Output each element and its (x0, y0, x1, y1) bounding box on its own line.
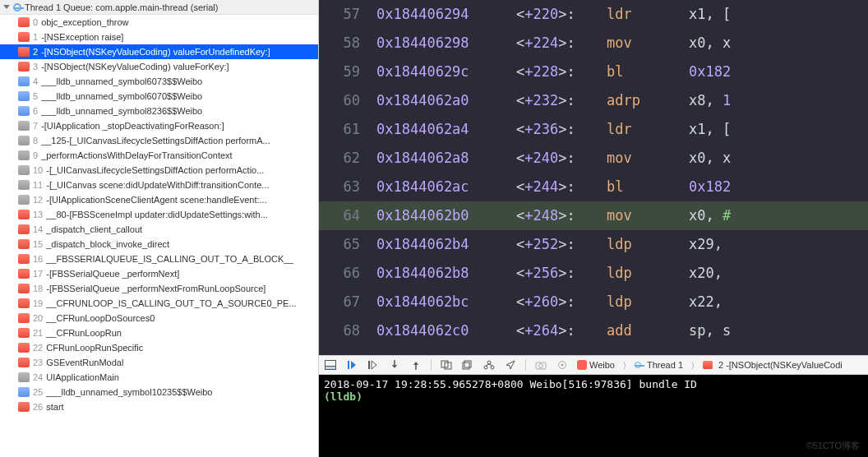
frame-label: ___lldb_unnamed_symbol6073$$Weibo (41, 76, 202, 86)
asm-row[interactable]: 680x1844062c0<+264>:addsp, s (319, 316, 868, 345)
svg-point-14 (487, 361, 491, 364)
step-over-icon[interactable] (367, 358, 380, 372)
frame-number: 15 (33, 239, 43, 249)
frame-row[interactable]: 11-[_UICanvas scene:didUpdateWithDiff:tr… (0, 178, 318, 192)
frame-row[interactable]: 20__CFRunLoopDoSources0 (0, 311, 318, 325)
frame-row[interactable]: 2-[NSObject(NSKeyValueCoding) valueForUn… (0, 44, 318, 59)
frame-row[interactable]: 4___lldb_unnamed_symbol6073$$Weibo (0, 74, 318, 89)
asm-row[interactable]: 620x1844062a8<+240>:movx0, x (319, 144, 868, 173)
asm-row[interactable]: 580x184406298<+224>:movx0, x (319, 29, 868, 58)
frame-label: -[FBSSerialQueue _performNext] (46, 269, 179, 279)
asm-instruction: bl (607, 65, 689, 79)
frame-row[interactable]: 13__80-[FBSSceneImpl updater:didUpdateSe… (0, 207, 318, 222)
hierarchy-icon[interactable] (482, 358, 496, 372)
thread-icon (13, 3, 21, 12)
continue-icon[interactable] (345, 358, 358, 372)
frame-row[interactable]: 8__125-[_UICanvasLifecycleSettingsDiffAc… (0, 133, 318, 148)
asm-address: 0x1844062c0 (376, 324, 516, 338)
frame-number: 16 (33, 254, 43, 264)
memory-icon[interactable] (461, 358, 474, 372)
asm-instruction: adrp (607, 94, 689, 108)
frame-tag-icon (18, 298, 30, 308)
settings-icon[interactable] (556, 358, 569, 372)
camera-icon[interactable] (534, 358, 547, 372)
frame-row[interactable]: 6___lldb_unnamed_symbol8236$$Weibo (0, 104, 318, 118)
asm-row[interactable]: 610x1844062a4<+236>:ldrx1, [ (319, 115, 868, 144)
frame-row[interactable]: 26start (0, 399, 318, 414)
frame-tag-icon (18, 121, 30, 131)
frame-row[interactable]: 0objc_exception_throw (0, 15, 318, 30)
frame-row[interactable]: 3-[NSObject(NSKeyValueCoding) valueForKe… (0, 59, 318, 74)
asm-offset: <+224>: (516, 36, 607, 50)
frame-row[interactable]: 25___lldb_unnamed_symbol10235$$Weibo (0, 385, 318, 399)
asm-row[interactable]: 570x184406294<+220>:ldrx1, [ (319, 0, 868, 29)
line-number: 64 (319, 209, 376, 223)
disassembly-view[interactable]: 570x184406294<+220>:ldrx1, [580x18440629… (319, 0, 868, 355)
frame-number: 8 (33, 136, 38, 145)
debug-view-icon[interactable] (440, 358, 453, 372)
asm-row[interactable]: 670x1844062bc<+260>:ldpx22, (319, 288, 868, 316)
toggle-pane-icon[interactable] (324, 358, 337, 372)
asm-operands: x0, # (689, 209, 731, 223)
frame-row[interactable]: 22CFRunLoopRunSpecific (0, 340, 318, 355)
asm-row[interactable]: 630x1844062ac<+244>:bl0x182 (319, 173, 868, 201)
asm-row[interactable]: 660x1844062b8<+256>:ldpx20, (319, 259, 868, 288)
asm-instruction: ldr (607, 7, 689, 21)
asm-row[interactable]: 590x18440629c<+228>:bl0x182 (319, 58, 868, 86)
frame-row[interactable]: 17-[FBSSerialQueue _performNext] (0, 266, 318, 281)
lldb-prompt: (lldb) (324, 390, 362, 403)
frame-row[interactable]: 12-[UIApplicationSceneClientAgent scene:… (0, 192, 318, 207)
frame-number: 12 (33, 195, 43, 205)
svg-rect-13 (463, 362, 469, 369)
frame-row[interactable]: 18-[FBSSerialQueue _performNextFromRunLo… (0, 281, 318, 296)
line-number: 60 (319, 94, 376, 108)
frame-number: 1 (33, 32, 38, 42)
frame-row[interactable]: 24UIApplicationMain (0, 370, 318, 385)
frame-row[interactable]: 5___lldb_unnamed_symbol6070$$Weibo (0, 89, 318, 104)
step-in-icon[interactable] (388, 358, 401, 372)
frame-row[interactable]: 16__FBSSERIALQUEUE_IS_CALLING_OUT_TO_A_B… (0, 252, 318, 266)
watermark: ©51CTO博客 (806, 440, 860, 452)
frame-tag-icon (18, 313, 30, 323)
thread-header[interactable]: Thread 1 Queue: com.apple.main-thread (s… (0, 0, 318, 15)
frame-tag-icon (18, 165, 30, 175)
frame-row[interactable]: 1-[NSException raise] (0, 30, 318, 44)
frame-label: -[NSException raise] (41, 32, 123, 42)
breadcrumb-frame[interactable]: 2 -[NSObject(NSKeyValueCodi (703, 360, 843, 370)
frame-tag-icon (18, 150, 30, 160)
frame-row[interactable]: 7-[UIApplication _stopDeactivatingForRea… (0, 118, 318, 133)
frame-row[interactable]: 23GSEventRunModal (0, 355, 318, 370)
asm-row[interactable]: 650x1844062b4<+252>:ldpx29, (319, 230, 868, 259)
separator (431, 359, 432, 371)
frame-number: 17 (33, 269, 43, 279)
frame-label: -[UIApplicationSceneClientAgent scene:ha… (46, 195, 266, 205)
frame-row[interactable]: 21__CFRunLoopRun (0, 325, 318, 340)
svg-line-17 (486, 364, 489, 366)
frame-row[interactable]: 19__CFRUNLOOP_IS_CALLING_OUT_TO_A_SOURCE… (0, 296, 318, 311)
console[interactable]: 2018-09-17 19:28:55.965278+0800 Weibo[51… (319, 375, 868, 457)
breadcrumb-thread[interactable]: Thread 1 (635, 360, 683, 370)
frame-tag-icon (18, 387, 30, 397)
frame-label: -[FBSSerialQueue _performNextFromRunLoop… (46, 284, 265, 293)
frame-row[interactable]: 10-[_UICanvasLifecycleSettingsDiffAction… (0, 163, 318, 178)
step-out-icon[interactable] (409, 358, 422, 372)
frame-number: 26 (33, 402, 43, 412)
frame-tag-icon (18, 210, 30, 219)
asm-operands: x29, (689, 238, 723, 252)
asm-instruction: add (607, 324, 689, 338)
asm-row[interactable]: 640x1844062b0<+248>:movx0, # (319, 201, 868, 230)
asm-instruction: mov (607, 36, 689, 50)
line-number: 62 (319, 151, 376, 165)
frame-row[interactable]: 9_performActionsWithDelayForTransitionCo… (0, 148, 318, 163)
frame-row[interactable]: 14_dispatch_client_callout (0, 222, 318, 237)
breadcrumb-app[interactable]: Weibo (577, 360, 615, 370)
frame-tag-icon (18, 195, 30, 205)
frame-label: -[_UICanvasLifecycleSettingsDiffAction p… (46, 165, 264, 175)
disclosure-triangle-icon[interactable] (3, 5, 10, 9)
location-icon[interactable] (504, 358, 517, 372)
frame-row[interactable]: 15_dispatch_block_invoke_direct (0, 237, 318, 252)
asm-instruction: ldp (607, 295, 689, 309)
asm-row[interactable]: 600x1844062a0<+232>:adrpx8, 1 (319, 86, 868, 115)
svg-line-18 (489, 364, 492, 366)
frame-label: ___lldb_unnamed_symbol10235$$Weibo (46, 387, 212, 397)
